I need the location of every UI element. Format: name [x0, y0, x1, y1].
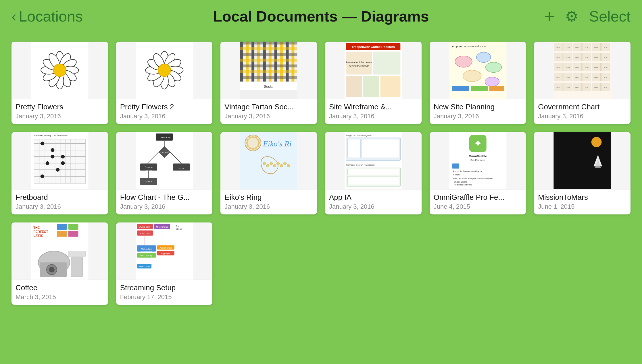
svg-point-147 — [41, 142, 44, 145]
doc-date: January 3, 2016 — [434, 113, 522, 120]
doc-card-streaming-setup[interactable]: Audio path Audio path Microphone Du Stre… — [116, 222, 213, 305]
doc-thumbnail-pretty-flowers-2 — [116, 42, 213, 99]
svg-text:DEPT: DEPT — [585, 57, 589, 59]
doc-title: Pretty Flowers — [16, 102, 104, 111]
doc-card-mission-to-mars[interactable]: MissionToMarsJune 1, 2015 — [534, 132, 631, 214]
doc-title: MissionToMars — [538, 193, 626, 202]
svg-text:Game is: Game is — [145, 181, 152, 183]
doc-title: Pretty Flowers 2 — [120, 102, 209, 111]
doc-thumbnail-fretboard: Standard Tuning — G Pentatonic — [11, 132, 108, 189]
doc-title: Flow Chart - The G... — [120, 193, 209, 202]
svg-text:Larger Screen Navigation: Larger Screen Navigation — [346, 134, 372, 137]
svg-rect-52 — [373, 52, 401, 75]
doc-date: January 3, 2016 — [120, 203, 209, 210]
svg-text:THE: THE — [33, 226, 40, 229]
doc-title: Streaming Setup — [120, 283, 209, 292]
svg-text:Select Chart: Select Chart — [139, 266, 150, 268]
doc-info-new-site-planning: New Site PlanningJanuary 3, 2016 — [430, 99, 526, 124]
doc-card-app-ia[interactable]: Larger Screen Navigation Compact Screen … — [325, 132, 422, 214]
doc-card-pretty-flowers-2[interactable]: Pretty Flowers 2January 3, 2016 — [116, 42, 213, 124]
doc-date: January 3, 2016 — [16, 113, 104, 120]
svg-text:DEPT: DEPT — [604, 57, 608, 59]
svg-rect-223 — [57, 224, 67, 230]
svg-point-175 — [258, 142, 260, 144]
svg-rect-231 — [68, 251, 86, 257]
svg-point-192 — [280, 164, 283, 167]
svg-point-177 — [255, 147, 257, 150]
header-right: + ⚙ Select — [476, 7, 631, 26]
svg-rect-209 — [452, 163, 459, 169]
doc-date: January 3, 2016 — [120, 113, 209, 120]
svg-rect-41 — [240, 53, 297, 56]
doc-card-pretty-flowers[interactable]: Pretty FlowersJanuary 3, 2016 — [11, 42, 108, 124]
svg-text:DEPT: DEPT — [585, 77, 589, 78]
doc-thumbnail-pretty-flowers — [11, 42, 108, 99]
svg-point-148 — [51, 148, 54, 152]
svg-text:DEPT: DEPT — [594, 67, 598, 69]
svg-text:DEPT: DEPT — [557, 87, 560, 88]
svg-text:Pro Features: Pro Features — [470, 159, 485, 162]
svg-point-181 — [246, 142, 248, 144]
svg-text:DEPT: DEPT — [557, 67, 560, 69]
svg-rect-166 — [173, 163, 190, 171]
svg-point-180 — [246, 145, 249, 147]
add-document-button[interactable]: + — [544, 7, 555, 26]
doc-card-vintage-tartan[interactable]: Socks Vintage Tartan Soc...January 3, 20… — [220, 42, 317, 124]
svg-rect-225 — [57, 231, 67, 237]
doc-date: January 3, 2016 — [538, 113, 626, 120]
svg-text:DEPT: DEPT — [604, 47, 608, 49]
doc-title: Coffee — [16, 283, 104, 292]
svg-point-149 — [61, 155, 65, 158]
svg-point-64 — [485, 77, 499, 86]
doc-info-flow-chart: Flow Chart - The G...January 3, 2016 — [116, 189, 213, 214]
doc-card-coffee[interactable]: THE PERFECT LATTE CoffeeMarch 3, 2015 — [11, 222, 108, 305]
svg-point-193 — [284, 162, 287, 165]
svg-point-179 — [249, 147, 251, 150]
svg-text:DEPT: DEPT — [594, 57, 598, 59]
doc-card-fretboard[interactable]: Standard Tuning — G Pentatonic Fretboard… — [11, 132, 108, 214]
svg-point-182 — [246, 139, 249, 141]
doc-info-pretty-flowers: Pretty FlowersJanuary 3, 2016 — [11, 99, 108, 124]
svg-point-185 — [255, 136, 257, 139]
svg-rect-215 — [554, 132, 611, 189]
svg-rect-202 — [347, 169, 399, 175]
doc-title: OmniGraffle Pro Fe... — [434, 193, 522, 202]
svg-text:Audio path: Audio path — [139, 232, 150, 235]
doc-title: App IA — [329, 193, 418, 202]
svg-text:DEPT: DEPT — [585, 87, 589, 88]
doc-thumbnail-flow-chart: The Game Is known? Found in property Fou… — [116, 132, 213, 189]
doc-info-streaming-setup: Streaming SetupFebruary 17, 2015 — [116, 280, 213, 305]
doc-card-omnigraffle-pro[interactable]: ✦ OmniGraffle Pro Features Access the Ca… — [430, 132, 526, 214]
doc-card-government-chart[interactable]: DEPTDEPTDEPTDEPTDEPTDEPTDEPTDEPTDEPTDEPT… — [534, 42, 631, 124]
svg-text:Multi-output: Multi-output — [141, 248, 151, 250]
svg-text:DEPT: DEPT — [594, 47, 598, 49]
svg-text:Stream: Stream — [176, 228, 182, 230]
svg-text:Treppenwitz Coffee Roasters: Treppenwitz Coffee Roasters — [352, 45, 395, 49]
svg-text:Found: Found — [178, 167, 184, 169]
svg-rect-56 — [363, 76, 379, 97]
svg-text:✦: ✦ — [473, 138, 482, 149]
doc-card-flow-chart[interactable]: The Game Is known? Found in property Fou… — [116, 132, 213, 214]
svg-rect-55 — [346, 76, 362, 97]
doc-thumbnail-new-site-planning: Proposed structure and layout — [430, 42, 526, 99]
svg-point-61 — [476, 52, 491, 63]
svg-text:DEPT: DEPT — [576, 77, 579, 78]
svg-text:DEPT: DEPT — [576, 57, 579, 59]
settings-icon[interactable]: ⚙ — [565, 8, 578, 25]
back-chevron-icon[interactable]: ‹ — [11, 9, 16, 24]
doc-info-eikos-ring: Eiko's RingJanuary 3, 2016 — [220, 189, 317, 214]
select-button[interactable]: Select — [589, 8, 631, 25]
svg-text:LATTE: LATTE — [33, 234, 43, 237]
svg-point-27 — [158, 64, 171, 77]
doc-info-omnigraffle-pro: OmniGraffle Pro Fe...June 4, 2015 — [430, 189, 526, 214]
svg-point-190 — [273, 164, 276, 167]
doc-card-new-site-planning[interactable]: Proposed structure and layout New Site P… — [430, 42, 526, 124]
svg-text:DEPT: DEPT — [576, 87, 579, 88]
doc-card-eikos-ring[interactable]: Eiko's Ri Eiko's RingJanuary 3, 2016 — [220, 132, 317, 214]
locations-back-button[interactable]: Locations — [19, 8, 83, 25]
doc-card-site-wireframe[interactable]: Treppenwitz Coffee Roasters Learn about … — [325, 42, 422, 124]
svg-text:DEPT: DEPT — [604, 77, 608, 78]
svg-text:Standard Tuning — G Pentatonic: Standard Tuning — G Pentatonic — [34, 134, 68, 137]
doc-title: New Site Planning — [434, 102, 522, 111]
doc-date: January 3, 2016 — [224, 113, 313, 120]
